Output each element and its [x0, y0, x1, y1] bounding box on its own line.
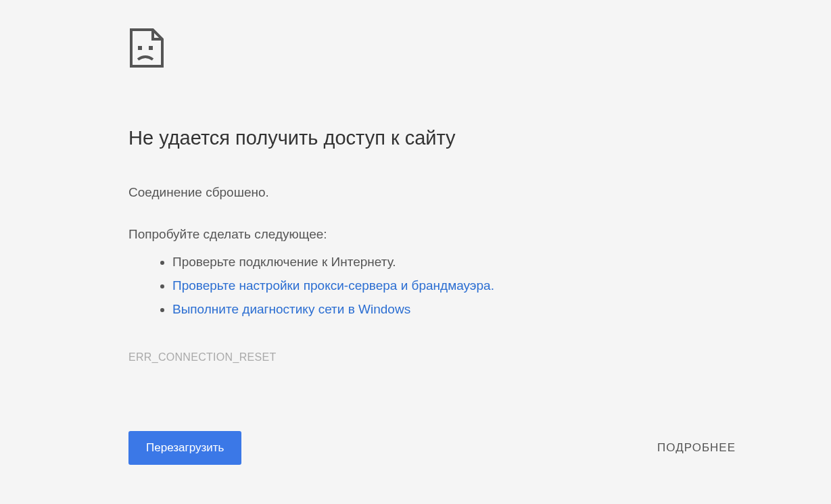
details-button[interactable]: ПОДРОБНЕЕ: [657, 441, 736, 455]
list-item: Проверьте подключение к Интернету.: [172, 250, 736, 274]
error-code: ERR_CONNECTION_RESET: [128, 351, 736, 363]
svg-rect-1: [149, 46, 153, 50]
list-item: Выполните диагностику сети в Windows: [172, 297, 736, 321]
suggestion-text: Проверьте подключение к Интернету.: [172, 255, 396, 269]
proxy-firewall-link[interactable]: Проверьте настройки прокси-сервера и бра…: [172, 278, 494, 293]
sad-file-icon: [128, 27, 736, 72]
error-message: Соединение сброшено.: [128, 185, 736, 200]
error-heading: Не удается получить доступ к сайту: [128, 126, 736, 151]
list-item: Проверьте настройки прокси-сервера и бра…: [172, 274, 736, 297]
button-row: Перезагрузить ПОДРОБНЕЕ: [128, 431, 736, 465]
svg-rect-0: [138, 46, 142, 50]
error-page: Не удается получить доступ к сайту Соеди…: [0, 0, 831, 465]
network-diagnostics-link[interactable]: Выполните диагностику сети в Windows: [172, 302, 410, 316]
suggestions-list: Проверьте подключение к Интернету. Прове…: [128, 250, 736, 321]
reload-button[interactable]: Перезагрузить: [128, 431, 241, 465]
try-label: Попробуйте сделать следующее:: [128, 227, 736, 242]
